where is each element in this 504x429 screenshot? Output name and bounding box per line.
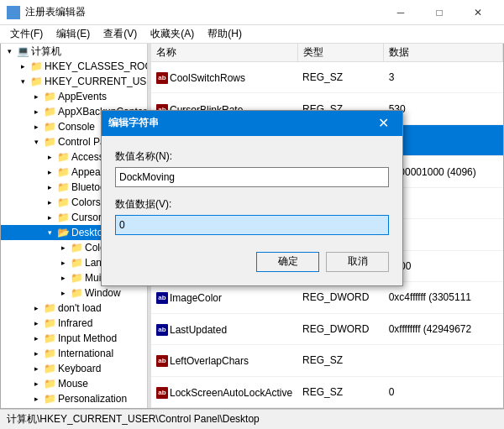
folder-icon: 📁 [56,181,70,193]
folder-icon: 📁 [43,91,56,102]
name-input[interactable] [115,167,389,187]
tree-label: Window [85,287,121,299]
menu-view[interactable]: 查看(V) [97,25,144,44]
dialog-body: 数值名称(N): 数值数据(V): 确定 取消 [102,136,402,285]
tree-item-dont-load[interactable]: ▸ 📁 don't load [1,301,147,316]
minimize-button[interactable]: ─ [381,0,420,25]
app-icon [7,6,20,19]
folder-icon: 📁 [56,166,70,178]
expand-icon: ▸ [16,60,29,73]
expand-icon: ▸ [29,90,43,103]
status-bar: 计算机\HKEY_CURRENT_USER\Control Panel\Desk… [0,409,504,429]
tree-label: HKEY_CLASSES_ROOT [45,60,147,72]
menu-file[interactable]: 文件(F) [3,25,50,44]
reg-type-cell: REG_SZ [297,345,384,376]
tree-label: Infrared [58,317,92,329]
folder-icon: 📁 [43,363,56,374]
cancel-button[interactable]: 取消 [326,252,389,272]
col-header-type: 类型 [297,44,384,62]
close-button[interactable]: ✕ [459,0,497,25]
expand-icon: ▸ [43,150,56,164]
dialog-title: 编辑字符串 [108,116,370,130]
folder-icon: 📁 [43,302,56,314]
tree-item-international[interactable]: ▸ 📁 International [1,346,147,361]
reg-data-cell: 3 [384,62,503,93]
tree-label: Personalization [58,393,127,405]
dialog-title-bar: 编辑字符串 ✕ [102,111,402,136]
expand-icon: ▾ [29,135,43,149]
col-header-name: 名称 [151,44,297,62]
dialog-buttons: 确定 取消 [115,252,389,272]
tree-item-infrared[interactable]: ▸ 📁 Infrared [1,316,147,331]
menu-edit[interactable]: 编辑(E) [50,25,97,44]
tree-item-appevents[interactable]: ▸ 📁 AppEvents [1,89,147,104]
reg-name-cell: ab CoolSwitchRows [151,62,297,93]
reg-name-cell: ab ImageColor [151,282,297,313]
data-input[interactable] [115,215,389,235]
folder-icon: 📁 [43,121,56,133]
tree-item-computer[interactable]: ▾ 💻 计算机 [1,44,147,59]
svg-rect-0 [8,7,13,12]
reg-name-cell: ab LastUpdated [151,313,297,344]
tree-item-classes-root[interactable]: ▸ 📁 HKEY_CLASSES_ROOT [1,59,147,74]
tree-item-personalization[interactable]: ▸ 📁 Personalization [1,391,147,406]
folder-icon: 📁 [56,212,70,223]
tree-item-input-method[interactable]: ▸ 📁 Input Method [1,331,147,346]
folder-icon: 📁 [29,60,43,72]
expand-icon: ▸ [56,241,70,254]
data-label: 数值数据(V): [115,197,389,212]
reg-type-cell: REG_SZ [297,62,384,93]
table-row[interactable]: ab ImageColor REG_DWORD 0xc4ffffff (3305… [151,282,503,313]
table-row[interactable]: ab LockScreenAutoLockActive REG_SZ 0 [151,376,503,407]
folder-icon: 📁 [70,272,83,284]
tree-label: HKEY_CURRENT_USER [45,76,147,87]
title-bar: 注册表编辑器 ─ □ ✕ [0,0,504,25]
maximize-button[interactable]: □ [420,0,459,25]
folder-icon: 📁 [70,257,83,269]
tree-label: International [58,348,113,359]
table-row[interactable]: ab LeftOverlapChars REG_SZ [151,345,503,376]
folder-icon: 📁 [70,287,83,299]
folder-icon: 📁 [43,106,56,118]
expand-icon: ▸ [29,377,43,390]
folder-icon: 📁 [43,348,56,359]
expand-icon: ▸ [29,332,43,345]
reg-data-cell: 0xffffffff (42949672 [384,313,503,344]
reg-type-cell: REG_DWORD [297,313,384,344]
menu-help[interactable]: 帮助(H) [201,25,249,44]
reg-type-cell: REG_SZ [297,376,384,407]
expand-icon: ▸ [43,165,56,179]
reg-data-cell [384,345,503,376]
expand-icon: ▸ [29,120,43,133]
tree-item-mouse[interactable]: ▸ 📁 Mouse [1,376,147,391]
table-row[interactable]: ab LastUpdated REG_DWORD 0xffffffff (429… [151,313,503,344]
tree-label: AppEvents [58,91,107,102]
menu-favorites[interactable]: 收藏夹(A) [144,25,201,44]
tree-item-keyboard[interactable]: ▸ 📁 Keyboard [1,361,147,376]
expand-icon: ▸ [29,392,43,405]
reg-type-icon: ab [156,355,168,367]
dialog-close-button[interactable]: ✕ [370,111,396,136]
expand-icon: ▸ [29,362,43,375]
table-row[interactable]: ab CoolSwitchRows REG_SZ 3 [151,62,503,93]
expand-icon: ▾ [3,44,16,58]
reg-type-cell: REG_DWORD [297,282,384,313]
expand-icon: ▸ [56,256,70,269]
folder-icon: 📁 [70,242,83,254]
tree-label: Colors [71,196,101,208]
tree-label: don't load [58,302,102,314]
expand-icon: ▾ [43,226,56,239]
reg-type-icon: ab [156,387,168,399]
expand-icon: ▸ [56,271,70,285]
col-header-data: 数据 [384,44,503,62]
expand-icon: ▸ [43,211,56,224]
tree-label: Keyboard [58,363,101,374]
folder-open-icon: 📂 [56,227,70,238]
tree-item-desktop-window[interactable]: ▸ 📁 Window [1,285,147,301]
svg-rect-1 [14,7,19,12]
tree-item-current-user[interactable]: ▾ 📁 HKEY_CURRENT_USER [1,74,147,89]
expand-icon: ▸ [43,180,56,194]
confirm-button[interactable]: 确定 [256,252,319,272]
svg-rect-3 [14,13,19,18]
app-title: 注册表编辑器 [25,5,381,19]
